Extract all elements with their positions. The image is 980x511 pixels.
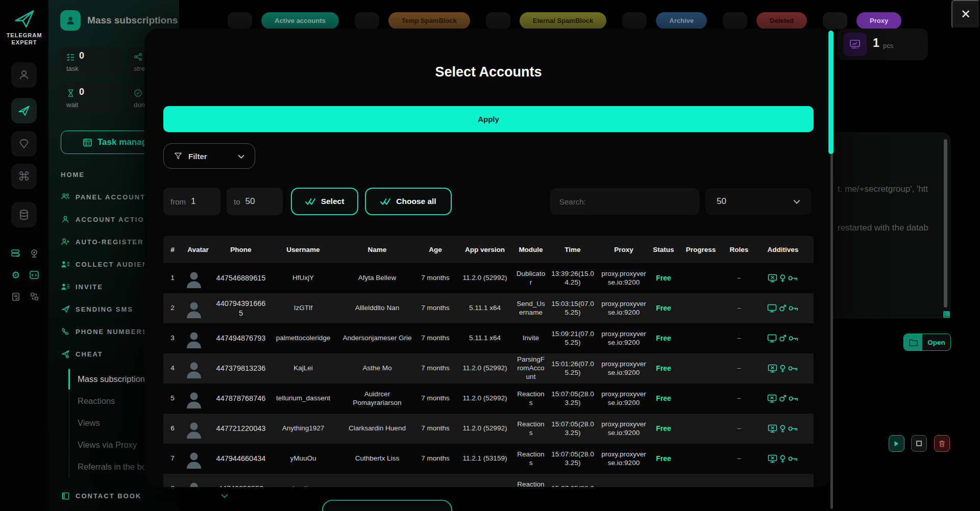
apply-button[interactable]: Apply xyxy=(163,106,814,132)
background-action-button-partial[interactable] xyxy=(322,500,452,511)
time-cell: 13:39:26(15.04.25) xyxy=(547,270,598,287)
select-button[interactable]: Select xyxy=(291,188,358,215)
send-plus-icon xyxy=(61,350,70,359)
table-row[interactable]: 2 4407943916665 IzGTIf Alllelddlto Nan 7… xyxy=(163,293,814,323)
monitor-icon xyxy=(768,424,777,433)
app-version-cell: 11.2.1 (53159) xyxy=(455,454,514,463)
row-number: 6 xyxy=(163,424,182,433)
name-cell: Asthe Mo xyxy=(339,364,415,373)
command-icon: ⌘ xyxy=(18,169,30,184)
avatar xyxy=(182,448,214,470)
proxy-cell: proxy.proxyverse.io:9200 xyxy=(598,270,649,287)
age-cell: 7 months xyxy=(415,304,455,313)
log-line: restarted with the datab xyxy=(838,223,928,233)
search-input[interactable] xyxy=(550,188,699,215)
sidebar-item-contact-book[interactable]: CONTACT BOOK xyxy=(61,486,224,506)
gear-icon[interactable]: ⚙ xyxy=(10,269,21,280)
server-check-icon[interactable] xyxy=(10,248,21,259)
modal-title: Select Accounts xyxy=(144,64,832,80)
proxy-cell: proxy.proxyverse.io:9200 xyxy=(598,390,649,407)
code-window-icon[interactable] xyxy=(29,269,40,280)
modal-scrollbar-thumb[interactable] xyxy=(828,31,834,154)
table-row[interactable]: 7 447944660434 yMuuOu Cuthbertx Liss 7 m… xyxy=(163,444,814,474)
status-cell: Free xyxy=(649,394,678,403)
monitor-x-mark xyxy=(771,427,774,429)
monitor-x-mark xyxy=(771,457,774,459)
proxy-cell: proxy.proxyverse.io:9200 xyxy=(598,330,649,347)
delete-button[interactable] xyxy=(934,435,950,452)
table-row[interactable]: 5 447878768746 tellurium_dassent Auidrce… xyxy=(163,384,814,414)
stop-icon xyxy=(916,441,922,446)
rail-database-button[interactable] xyxy=(11,202,37,227)
monitor-icon xyxy=(767,394,777,403)
column-header: Module xyxy=(514,246,547,253)
proxy-cell: proxy.proxyverse.io:9200 xyxy=(598,360,649,377)
status-tab[interactable]: Proxy xyxy=(856,12,901,29)
icon-rail: TELEGRAM EXPERT ⌘ ⚙ xyxy=(0,0,48,511)
close-button[interactable]: ✕ xyxy=(951,0,980,29)
module-cell: ParsingFromAccount xyxy=(514,355,547,381)
from-input[interactable] xyxy=(191,196,211,207)
stop-button[interactable] xyxy=(911,435,927,452)
monitor-icon xyxy=(768,274,777,283)
open-button[interactable]: Open xyxy=(903,334,951,351)
column-header: Status xyxy=(649,246,678,253)
monitor-icon xyxy=(767,334,777,343)
rail-commands-button[interactable]: ⌘ xyxy=(11,164,37,189)
computer-icon-tile xyxy=(843,33,867,56)
avatar xyxy=(182,328,214,349)
account-status-tabs: Active accounts Temp SpamBlock Eternal S… xyxy=(261,12,901,29)
chevron-down-icon xyxy=(238,152,244,160)
brand-line1: TELEGRAM xyxy=(0,32,48,39)
age-cell: 7 months xyxy=(415,334,455,343)
status-tab[interactable]: Archive xyxy=(656,12,707,29)
gender-icon: ♂ xyxy=(779,334,787,343)
phone-icon xyxy=(61,327,70,336)
gender-icon: ♀ xyxy=(779,454,786,463)
to-input[interactable] xyxy=(246,196,266,207)
column-header: Proxy xyxy=(598,246,649,253)
avatar xyxy=(182,268,214,289)
gender-icon: ♀ xyxy=(779,274,786,283)
trash-icon xyxy=(939,440,945,447)
table-row[interactable]: 8 44746650553 unsaturationama Reactions … xyxy=(163,474,814,487)
page-size-value: 50 xyxy=(717,196,726,207)
table-row[interactable]: 6 447721220043 Anything1927 Clarksardin … xyxy=(163,414,814,444)
clipboard-check-icon[interactable] xyxy=(10,291,21,302)
rail-accounts-button[interactable] xyxy=(11,62,37,88)
start-button[interactable] xyxy=(889,435,904,452)
table-row[interactable]: 3 447494876793 palmettocoleridge Anderso… xyxy=(163,323,814,353)
rail-sending-button[interactable] xyxy=(11,98,37,123)
page-size-select[interactable]: 50 xyxy=(705,188,812,215)
log-scrollbar[interactable] xyxy=(944,139,947,308)
module-cell: Dublicator xyxy=(514,270,547,287)
range-from-field: from xyxy=(163,188,220,215)
choose-all-button[interactable]: Choose all xyxy=(365,188,452,215)
play-icon xyxy=(894,441,899,447)
swap-icon[interactable] xyxy=(29,291,40,302)
name-cell: Clarksardin Huend xyxy=(339,424,415,433)
resize-handle-icon[interactable] xyxy=(943,311,950,318)
proxy-count-unit: pcs xyxy=(883,42,893,49)
status-tab[interactable]: Temp SpamBlock xyxy=(388,12,470,29)
table-row[interactable]: 4 447379813236 KajLei Asthe Mo 7 months … xyxy=(163,353,814,384)
webcam-icon[interactable] xyxy=(29,248,40,259)
name-cell: Cuthbertx Liss xyxy=(339,454,415,463)
log-line: t. me/+secretgroup', 'htt xyxy=(838,184,928,194)
column-header: Username xyxy=(267,246,339,253)
module-cell: Reactions xyxy=(514,420,547,438)
username-cell: KajLei xyxy=(267,364,339,373)
phone-cell: 4407943916665 xyxy=(214,299,267,317)
status-tab[interactable]: Deleted xyxy=(756,12,807,29)
accounts-table: 1 447546889615 HfUxjY Afyta Bellew 7 mon… xyxy=(163,263,814,487)
rail-premium-button[interactable] xyxy=(11,131,37,157)
table-row[interactable]: 1 447546889615 HfUxjY Afyta Bellew 7 mon… xyxy=(163,263,814,293)
module-cell: Reactions xyxy=(514,480,547,487)
checklist-icon xyxy=(66,53,75,63)
status-tab[interactable]: Eternal SpamBlock xyxy=(520,12,607,29)
time-cell: 15:09:21(07.05.25) xyxy=(547,330,598,347)
status-tab[interactable]: Active accounts xyxy=(261,12,339,29)
phone-cell: 44746650553 xyxy=(214,484,267,487)
filter-dropdown[interactable]: Filter xyxy=(163,143,255,169)
gender-icon: ♂ xyxy=(779,304,787,313)
